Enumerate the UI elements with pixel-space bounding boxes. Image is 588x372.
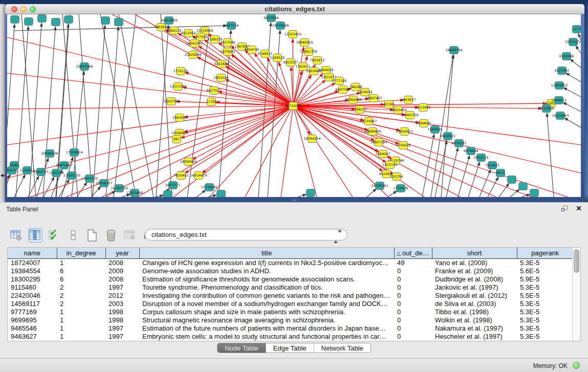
network-node[interactable]: 887 — [172, 136, 181, 143]
network-node[interactable]: 8813054 — [264, 14, 279, 22]
network-node[interactable]: 20206536 — [41, 150, 58, 158]
network-node[interactable] — [530, 189, 539, 197]
network-node[interactable]: 16648784 — [445, 47, 462, 54]
network-node[interactable]: 2718126 — [173, 68, 188, 75]
table-row[interactable]: 977716911998Corpus callosum shape and si… — [8, 308, 572, 316]
network-node[interactable]: 1117 — [573, 26, 581, 33]
network-node[interactable]: 18107554 — [163, 98, 180, 105]
left-panel-strip[interactable] — [0, 4, 5, 202]
network-node[interactable]: 3857224 — [224, 22, 239, 30]
column-header-year[interactable]: year — [105, 248, 139, 258]
network-node[interactable]: 19495758 — [401, 112, 418, 119]
table-row[interactable]: 1872400712008Changes of HCN gene express… — [8, 258, 572, 267]
network-node[interactable]: 1145194 — [49, 169, 64, 177]
network-node[interactable]: 7632621 — [485, 162, 500, 169]
network-node[interactable]: 7625402 — [174, 172, 189, 180]
network-node[interactable] — [11, 16, 19, 24]
tab-network-table[interactable]: Network Table — [314, 343, 371, 353]
network-node[interactable]: 62160 — [384, 101, 395, 108]
network-node[interactable]: 7955812 — [310, 57, 325, 64]
network-node[interactable]: 20053346 — [76, 63, 93, 71]
network-node[interactable]: 8471 — [496, 169, 505, 177]
delete-table-button[interactable] — [123, 228, 137, 243]
network-node[interactable]: 9756928 — [396, 142, 411, 149]
network-node[interactable]: 16914479 — [190, 172, 207, 180]
network-node[interactable] — [508, 176, 516, 184]
column-header-name[interactable]: name — [8, 248, 57, 258]
network-node[interactable]: 8899695 — [417, 120, 431, 127]
network-node[interactable]: 15716485 — [201, 184, 217, 191]
network-node[interactable]: 2935114 — [474, 154, 489, 162]
network-node[interactable] — [64, 16, 73, 24]
table-row[interactable]: 946554611997Estimation of the future num… — [8, 324, 572, 332]
network-node[interactable]: 15720407 — [360, 118, 377, 125]
column-header-pagerank[interactable]: pagerank — [517, 248, 572, 258]
network-node[interactable] — [519, 183, 528, 190]
attribute-table-body[interactable]: namein_degreeyeartitle△out_de…shortpager… — [8, 248, 572, 341]
float-panel-icon[interactable] — [561, 206, 569, 212]
table-row[interactable]: 969969511998Structural magnetic resonanc… — [8, 316, 572, 324]
network-node[interactable] — [164, 191, 172, 198]
network-window-titlebar[interactable]: citations_edges.txt — [5, 4, 584, 14]
column-header-short[interactable]: short — [432, 248, 517, 258]
network-node[interactable]: 12325419 — [284, 31, 301, 38]
network-node[interactable]: 1942737 — [34, 168, 49, 176]
change-table-mode-button[interactable] — [9, 228, 24, 243]
network-node[interactable]: 13505135 — [63, 172, 80, 180]
panel-collapse-arrows-icon[interactable] — [1, 173, 5, 178]
network-node[interactable]: 8960128 — [167, 27, 182, 35]
network-canvas[interactable]: 1872400774638228960128891295422226058982… — [7, 14, 581, 197]
network-node[interactable] — [25, 18, 33, 26]
network-node[interactable]: 12213389 — [169, 83, 186, 91]
table-row[interactable]: 1456911722003Disruption of a novel membe… — [8, 299, 572, 308]
network-node[interactable]: 12093832 — [551, 82, 568, 90]
tab-edge-table[interactable]: Edge Table — [266, 343, 314, 353]
table-row[interactable]: 911546021997Tourette syndrome. Phenomeno… — [8, 283, 572, 291]
network-node[interactable] — [115, 18, 123, 26]
network-node[interactable]: 33133 — [7, 167, 17, 174]
network-node[interactable] — [307, 189, 315, 197]
table-scrollbar[interactable] — [572, 248, 580, 341]
network-node[interactable] — [38, 15, 47, 23]
network-node[interactable]: 18640910 — [296, 39, 313, 47]
column-header-in-degree[interactable]: in_degree — [57, 248, 105, 258]
splitter-grip[interactable] — [292, 199, 297, 201]
network-node[interactable]: 16210643 — [552, 112, 569, 120]
deselect-all-button[interactable] — [66, 228, 80, 243]
memory-status-icon[interactable] — [573, 362, 580, 369]
table-row[interactable]: 946362711997Embryonic stem cells: a mode… — [8, 332, 572, 340]
network-node[interactable]: 1156813 — [20, 167, 35, 174]
network-node[interactable]: 19384554 — [303, 135, 320, 143]
network-node[interactable]: 2803144 — [214, 74, 229, 82]
show-columns-button[interactable] — [28, 228, 42, 243]
network-node[interactable] — [101, 17, 110, 25]
network-node[interactable]: 9463627 — [401, 96, 416, 104]
network-node[interactable] — [52, 18, 60, 26]
network-node[interactable]: 9857771 — [166, 182, 181, 189]
table-row[interactable]: 1830029562008Estimation of significance … — [8, 275, 572, 283]
network-node[interactable]: 1640935 — [428, 126, 443, 134]
table-row[interactable]: 2242004622012Investigating the contribut… — [8, 291, 572, 299]
table-chooser-select[interactable]: citations_edges.txt — [145, 229, 347, 240]
new-column-button[interactable] — [85, 228, 99, 243]
network-node[interactable] — [217, 190, 226, 198]
column-header-title[interactable]: title — [139, 248, 394, 258]
network-node[interactable]: 17359924 — [66, 149, 82, 157]
tab-node-table[interactable]: Node Table — [217, 343, 266, 353]
network-node[interactable]: 9827508 — [221, 39, 235, 47]
table-row[interactable]: 1938455462009Genome-wide association stu… — [8, 267, 572, 275]
network-node[interactable]: 9227342 — [555, 67, 570, 75]
network-node[interactable]: 19654923 — [396, 128, 412, 136]
select-all-button[interactable] — [47, 228, 61, 243]
network-node[interactable]: 19218596 — [272, 22, 289, 30]
column-header-out-de-[interactable]: △out_de… — [394, 248, 432, 258]
network-node[interactable]: 8958923 — [441, 133, 455, 140]
network-node[interactable]: 1733426 — [394, 185, 408, 192]
network-node[interactable]: 252254 — [390, 173, 403, 181]
network-node[interactable]: 15751074 — [564, 38, 581, 46]
delete-columns-button[interactable] — [104, 228, 118, 243]
network-node[interactable]: 16099484 — [180, 158, 197, 166]
network-node[interactable]: 9329966 — [559, 53, 574, 60]
network-node[interactable]: 11700 — [206, 98, 217, 106]
close-panel-icon[interactable]: ✕ — [576, 204, 582, 212]
